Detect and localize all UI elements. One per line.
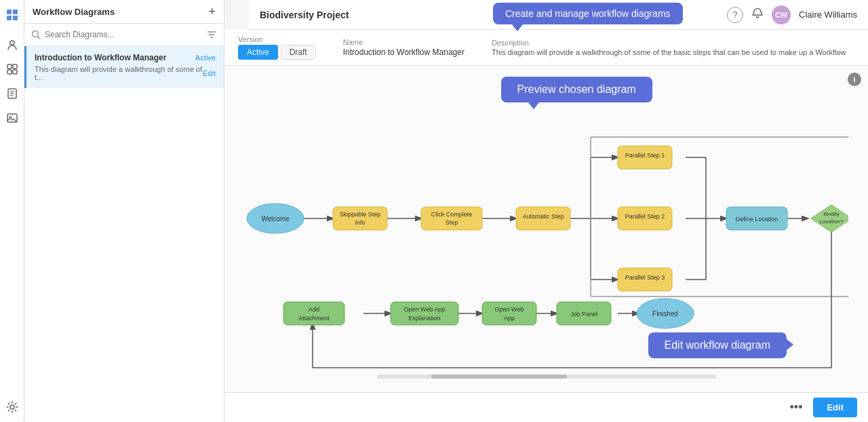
svg-text:Location?: Location?	[820, 218, 844, 225]
description-group: Description This diagram will provide a …	[492, 39, 854, 56]
svg-rect-5	[7, 64, 12, 69]
sort-icon[interactable]	[206, 29, 217, 40]
svg-point-14	[9, 116, 12, 118]
app-logo[interactable]	[3, 5, 22, 24]
svg-text:Parallel Step 3: Parallel Step 3	[625, 274, 665, 281]
diagram-description-row: This diagram will provide a walkthrough …	[35, 65, 216, 81]
svg-rect-1	[13, 9, 18, 14]
diagram-list-item[interactable]: Introduction to Workflow Manager Active …	[24, 46, 224, 88]
svg-text:App: App	[504, 315, 515, 322]
tab-active[interactable]: Active	[238, 45, 278, 60]
svg-text:Modify: Modify	[823, 211, 840, 217]
svg-text:Explanation: Explanation	[408, 315, 440, 322]
bottom-bar: ••• Edit	[224, 392, 868, 422]
create-tooltip-text: Create and manage workflow diagrams	[505, 8, 671, 19]
svg-text:Open Web: Open Web	[495, 306, 524, 313]
svg-text:Info: Info	[355, 219, 365, 226]
description-label: Description	[492, 39, 854, 47]
svg-rect-3	[13, 16, 18, 20]
svg-rect-6	[13, 64, 17, 69]
svg-text:Skippable Step: Skippable Step	[340, 211, 381, 218]
svg-text:Open Web App: Open Web App	[404, 306, 446, 313]
info-bar: Version Active Draft Name Introduction t…	[224, 30, 868, 66]
notification-button[interactable]	[751, 7, 764, 22]
canvas-area[interactable]: i Preview chosen diagram	[224, 66, 868, 392]
svg-text:Define Location: Define Location	[736, 216, 778, 223]
name-value: Introduction to Workflow Manager	[343, 47, 465, 57]
edit-tooltip-arrow	[787, 339, 793, 350]
preview-tooltip-bubble: Preview chosen diagram	[501, 77, 652, 102]
diagram-description-text: This diagram will provide a walkthrough …	[35, 65, 203, 81]
svg-text:Attachment: Attachment	[298, 315, 330, 322]
info-corner-icon[interactable]: i	[848, 73, 861, 86]
diagram-edit-link[interactable]: Edit	[203, 69, 216, 77]
search-bar	[24, 24, 224, 46]
top-bar-actions: ? CW Claire Williams	[727, 5, 857, 24]
tooltip-arrow	[512, 24, 523, 31]
svg-text:Parallel Step 1: Parallel Step 1	[625, 152, 665, 159]
avatar[interactable]: CW	[772, 5, 791, 24]
image-icon[interactable]	[3, 109, 22, 128]
version-group: Version Active Draft	[238, 35, 316, 60]
svg-rect-0	[7, 9, 12, 14]
svg-text:Automatic Step: Automatic Step	[522, 213, 564, 220]
diagram-item-header: Introduction to Workflow Manager Active	[35, 53, 216, 62]
create-tooltip-bubble: Create and manage workflow diagrams	[493, 3, 683, 24]
search-input[interactable]	[45, 30, 202, 39]
user-name: Claire Williams	[799, 9, 857, 20]
version-tabs: Active Draft	[238, 45, 316, 60]
search-icon	[31, 30, 41, 39]
svg-rect-7	[7, 70, 12, 74]
preview-tooltip-text: Preview chosen diagram	[517, 83, 636, 95]
add-diagram-button[interactable]: +	[208, 5, 216, 18]
svg-text:Step: Step	[446, 219, 458, 226]
more-options-button[interactable]: •••	[785, 398, 808, 417]
diagram-name: Introduction to Workflow Manager	[35, 53, 166, 62]
preview-arrow	[528, 102, 539, 109]
settings-icon[interactable]	[3, 398, 22, 417]
name-label: Name	[343, 38, 465, 46]
scroll-thumb[interactable]	[431, 375, 567, 379]
svg-rect-2	[7, 16, 12, 20]
svg-line-17	[38, 37, 41, 39]
help-button[interactable]: ?	[727, 7, 743, 23]
svg-text:Welcome: Welcome	[261, 215, 290, 223]
diagram-active-badge: Active	[195, 54, 216, 62]
description-value: This diagram will provide a walkthrough …	[492, 48, 854, 56]
scroll-track	[377, 375, 716, 379]
sidebar: Workflow Diagrams + Introduction to Work…	[24, 0, 224, 422]
svg-text:Click Complete: Click Complete	[431, 211, 473, 218]
svg-text:Job Panel: Job Panel	[570, 311, 597, 318]
document-icon[interactable]	[3, 84, 22, 103]
icon-bar	[0, 0, 24, 422]
sidebar-title: Workflow Diagrams	[33, 7, 115, 17]
name-group: Name Introduction to Workflow Manager	[343, 38, 465, 57]
people-icon[interactable]	[3, 35, 22, 54]
svg-rect-8	[13, 70, 17, 74]
svg-text:Add: Add	[309, 306, 319, 313]
svg-text:Finished: Finished	[652, 310, 678, 318]
svg-point-15	[10, 405, 14, 409]
sidebar-header: Workflow Diagrams +	[24, 0, 224, 24]
svg-point-4	[10, 41, 14, 45]
grid-icon[interactable]	[3, 60, 22, 79]
tab-draft[interactable]: Draft	[281, 45, 316, 60]
svg-text:Parallel Step 2: Parallel Step 2	[625, 213, 665, 220]
edit-button[interactable]: Edit	[813, 398, 857, 417]
version-label: Version	[238, 35, 316, 43]
edit-tooltip-bubble: Edit workflow diagram	[648, 332, 787, 358]
edit-tooltip-text: Edit workflow diagram	[665, 339, 771, 351]
main-content: Biodiversity Project Create and manage w…	[224, 0, 868, 422]
top-bar: Biodiversity Project Create and manage w…	[249, 0, 868, 30]
